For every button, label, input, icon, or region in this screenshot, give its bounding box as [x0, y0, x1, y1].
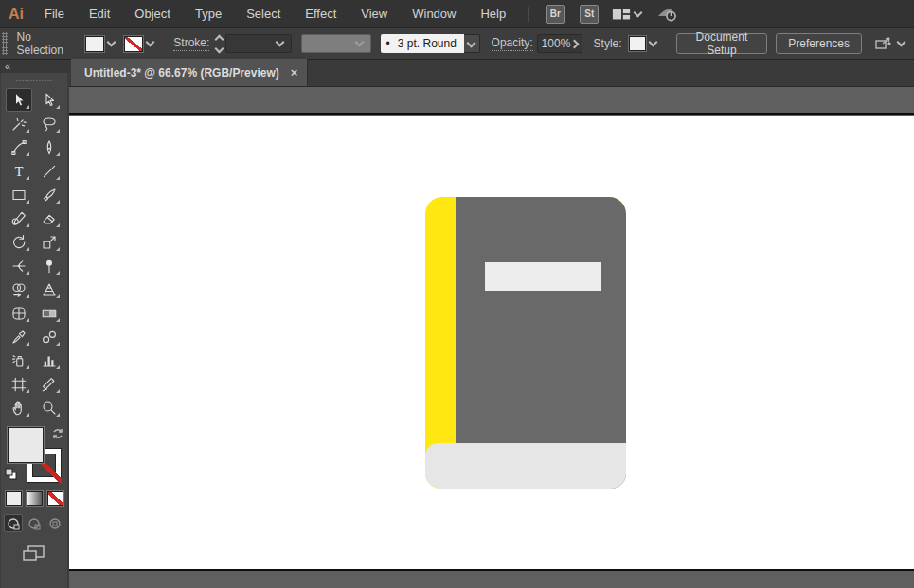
swap-fill-stroke-icon[interactable] [51, 427, 64, 444]
stroke-weight-dropdown[interactable] [225, 34, 292, 53]
brush-definition-chevron-button[interactable] [464, 34, 480, 53]
selection-tool-icon [10, 92, 27, 109]
app-logo: Ai [0, 0, 32, 28]
tool-perspective-grid-tool[interactable] [36, 277, 63, 301]
change-screen-mode-button[interactable] [1, 543, 67, 562]
tool-mesh-tool[interactable] [6, 301, 32, 325]
pasteboard-top [69, 87, 914, 115]
gradient-button[interactable] [27, 491, 43, 506]
stroke-weight-stepper[interactable] [216, 36, 223, 52]
fill-color-dropdown[interactable] [85, 36, 118, 52]
fill-proxy[interactable] [8, 427, 44, 463]
stroke-color-dropdown[interactable] [124, 36, 157, 52]
panel-drag-grip[interactable] [16, 75, 52, 86]
menu-select[interactable]: Select [234, 0, 293, 28]
tool-line-segment-tool[interactable] [36, 159, 63, 183]
close-tab-icon[interactable]: × [291, 65, 298, 80]
go-to-bridge-button[interactable]: Br [546, 5, 565, 24]
style-dropdown[interactable] [629, 36, 660, 51]
tool-type-tool[interactable]: T [6, 159, 32, 183]
tool-lasso-tool[interactable] [36, 112, 63, 135]
tool-curvature-tool[interactable] [36, 135, 63, 159]
book-title-label[interactable] [485, 262, 601, 291]
menu-edit[interactable]: Edit [77, 0, 122, 28]
tool-shape-builder-tool[interactable] [6, 277, 32, 301]
variable-width-profile-dropdown [301, 34, 370, 53]
menubar-divider [528, 7, 529, 22]
tool-width-tool[interactable] [6, 254, 32, 277]
tool-artboard-tool[interactable] [6, 372, 32, 396]
scale-tool-icon [41, 234, 58, 251]
opacity-value: 100% [542, 37, 571, 50]
fill-swatch [85, 36, 104, 52]
draw-normal-button[interactable] [4, 514, 23, 532]
preferences-button[interactable]: Preferences [776, 33, 862, 54]
menu-window[interactable]: Window [400, 0, 468, 28]
slice-tool-icon [41, 376, 58, 393]
hand-tool-icon [10, 400, 27, 417]
tool-blend-tool[interactable] [36, 325, 63, 348]
chevron-down-icon [354, 38, 364, 47]
tool-scale-tool[interactable] [36, 230, 63, 254]
tool-column-graph-tool[interactable] [36, 348, 63, 372]
color-type-buttons [1, 491, 67, 506]
tool-eyedropper-tool[interactable] [6, 325, 32, 348]
tool-zoom-tool[interactable] [36, 396, 63, 419]
menu-object[interactable]: Object [122, 0, 183, 28]
book-artwork[interactable] [425, 197, 626, 489]
symbol-sprayer-tool-icon [10, 352, 27, 369]
tool-symbol-sprayer-tool[interactable] [6, 348, 32, 372]
menu-view[interactable]: View [349, 0, 400, 28]
adobe-stock-button[interactable]: St [580, 5, 599, 24]
tool-puppet-warp-tool[interactable] [36, 254, 63, 277]
canvas[interactable] [69, 87, 914, 588]
lasso-tool-icon [41, 116, 58, 133]
menu-file[interactable]: File [32, 0, 77, 28]
chevron-down-icon [648, 38, 657, 47]
arrange-icon[interactable] [873, 35, 908, 52]
default-fill-stroke-icon[interactable] [5, 467, 17, 484]
opacity-input[interactable]: 100% [537, 34, 582, 53]
document-setup-button[interactable]: Document Setup [676, 33, 768, 54]
tool-grid: T [1, 88, 67, 419]
panel-collapse-button[interactable]: « [0, 60, 69, 73]
tool-rotate-tool[interactable] [6, 230, 32, 254]
collapse-double-chevron-icon: « [5, 61, 10, 72]
color-button[interactable] [6, 491, 22, 506]
tool-eraser-tool[interactable] [36, 206, 63, 230]
zoom-tool-icon [41, 400, 58, 417]
tool-direct-selection-tool[interactable] [36, 88, 63, 112]
curvature-tool-icon [41, 139, 58, 156]
brush-name: 3 pt. Round [398, 37, 457, 50]
tool-rectangle-tool[interactable] [6, 183, 32, 206]
tool-pencil-tool[interactable] [6, 206, 32, 230]
document-tab[interactable]: Untitled-3* @ 66.67% (RGB/Preview) × [71, 59, 308, 86]
opacity-label[interactable]: Opacity: [492, 36, 533, 51]
document-tab-bar: Untitled-3* @ 66.67% (RGB/Preview) × [69, 60, 914, 87]
column-graph-tool-icon [41, 352, 58, 369]
draw-inside-button[interactable] [45, 514, 64, 532]
width-tool-icon [10, 258, 27, 275]
tool-selection-tool[interactable] [6, 88, 32, 112]
tool-pen-tool[interactable] [6, 135, 32, 159]
artboard-tool-icon [10, 376, 27, 393]
menu-effect[interactable]: Effect [293, 0, 349, 28]
none-button[interactable] [47, 491, 63, 506]
style-swatch [629, 36, 646, 51]
tool-hand-tool[interactable] [6, 396, 32, 419]
tool-gradient-tool[interactable] [36, 301, 63, 325]
workspace-layout-icon[interactable] [612, 7, 645, 22]
tool-slice-tool[interactable] [36, 372, 63, 396]
controlbar-grip[interactable] [2, 32, 8, 55]
drawing-modes [1, 514, 67, 532]
brush-definition-dropdown[interactable]: • 3 pt. Round [381, 34, 480, 53]
tool-magic-wand-tool[interactable] [6, 112, 32, 135]
tool-paintbrush-tool[interactable] [36, 183, 63, 206]
menu-bar: Ai FileEditObjectTypeSelectEffectViewWin… [0, 0, 914, 28]
sync-status-icon[interactable] [656, 5, 679, 24]
stroke-weight-label[interactable]: Stroke: [173, 36, 209, 51]
menu-type[interactable]: Type [183, 0, 234, 28]
menu-help[interactable]: Help [468, 0, 518, 28]
book-pages-band[interactable] [425, 443, 626, 489]
draw-behind-button[interactable] [25, 514, 44, 532]
